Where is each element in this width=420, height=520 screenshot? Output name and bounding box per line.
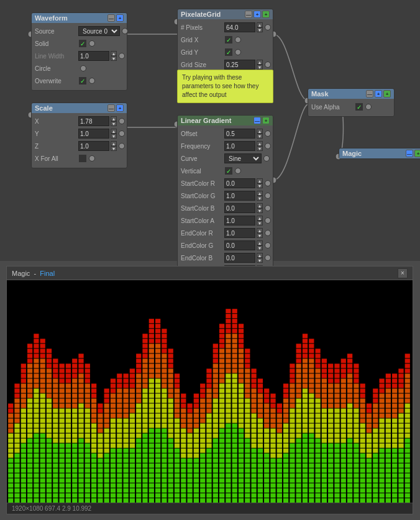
gradient-endR-dot <box>265 230 271 236</box>
gradient-vertical-checkbox[interactable]: ✓ <box>224 166 233 175</box>
scale-body: X ▲ ▼ Y ▲ ▼ Z ▲ <box>32 113 127 168</box>
scale-x-label: X <box>35 118 78 125</box>
pixelate-gridsize-up[interactable]: ▲ <box>257 60 263 65</box>
preview-close-btn[interactable]: × <box>398 268 408 278</box>
scale-z-input[interactable] <box>78 141 109 151</box>
scale-maximize-btn[interactable]: + <box>116 104 124 112</box>
pixelate-gridx-checkbox[interactable]: ✓ <box>224 35 233 44</box>
pixelate-pixels-input[interactable] <box>224 22 255 32</box>
gradient-freq-down[interactable]: ▼ <box>257 146 263 151</box>
pixelate-gridy-dot <box>235 49 241 55</box>
scale-header: Scale — + <box>32 103 127 113</box>
gradient-endG-input[interactable] <box>224 240 255 250</box>
gradient-startA-input[interactable] <box>224 216 255 226</box>
gradient-endB-up[interactable]: ▲ <box>257 253 263 258</box>
gradient-freq-dot <box>265 143 271 149</box>
gradient-btn2[interactable]: + <box>262 117 270 124</box>
gradient-endR-down[interactable]: ▼ <box>257 233 263 238</box>
pixelate-gridy-row: Grid Y ✓ <box>181 47 270 58</box>
gradient-endB-input[interactable] <box>224 253 255 263</box>
scale-x-down[interactable]: ▼ <box>111 121 117 126</box>
gradient-endR-up[interactable]: ▲ <box>257 228 263 233</box>
scale-y-down[interactable]: ▼ <box>111 134 117 139</box>
waveform-maximize-btn[interactable]: + <box>116 14 124 22</box>
gradient-offset-dot <box>265 130 271 137</box>
gradient-freq-input[interactable] <box>224 141 255 151</box>
waveform-linewidth-down[interactable]: ▼ <box>111 56 117 61</box>
gradient-startG-down[interactable]: ▼ <box>257 196 263 201</box>
lineargradient-node: Linear Gradient — + Offset ▲ ▼ Frequency <box>177 115 273 280</box>
pixelate-gridsize-input[interactable] <box>224 60 255 70</box>
scale-z-down[interactable]: ▼ <box>111 146 117 151</box>
gradient-startA-dot <box>265 217 271 224</box>
pixelate-minimize-btn[interactable]: — <box>245 11 252 18</box>
gradient-startG-input[interactable] <box>224 191 255 201</box>
gradient-freq-label: Frequency <box>181 143 224 150</box>
waveform-minimize-btn[interactable]: — <box>107 14 115 22</box>
gradient-startR-input[interactable] <box>224 178 255 188</box>
gradient-startR-up[interactable]: ▲ <box>257 178 263 183</box>
preview-window: Magic - Final × 1920×1080 697.4 2.9 10.9… <box>6 266 413 514</box>
pixelate-maximize-btn[interactable]: + <box>253 11 261 18</box>
scale-z-up[interactable]: ▲ <box>111 141 117 146</box>
waveform-overwrite-dot <box>89 78 95 84</box>
gradient-freq-row: Frequency ▲ ▼ <box>181 140 270 152</box>
gradient-offset-down[interactable]: ▼ <box>257 134 263 139</box>
gradient-startB-down[interactable]: ▼ <box>257 208 263 213</box>
gradient-vertical-row: Vertical ✓ <box>181 165 270 176</box>
gradient-startG-dot <box>265 193 271 199</box>
mask-connect-btn[interactable]: + <box>383 90 391 98</box>
gradient-endR-input[interactable] <box>224 228 255 238</box>
scale-x-input[interactable] <box>78 116 109 126</box>
mask-usealpha-checkbox[interactable]: ✓ <box>355 103 363 111</box>
waveform-source-select[interactable]: Source 0 <box>78 26 120 36</box>
mask-maximize-btn[interactable]: + <box>375 90 382 98</box>
gradient-endR-row: EndColor R ▲ ▼ <box>181 227 270 239</box>
scale-y-input[interactable] <box>78 129 109 139</box>
gradient-endG-down[interactable]: ▼ <box>257 245 263 250</box>
waveform-solid-checkbox[interactable]: ✓ <box>78 39 87 48</box>
gradient-startB-up[interactable]: ▲ <box>257 203 263 208</box>
gradient-startA-down[interactable]: ▼ <box>257 221 263 226</box>
gradient-offset-input[interactable] <box>224 129 255 139</box>
waveform-overwrite-checkbox[interactable]: ✓ <box>78 76 87 85</box>
scale-y-up[interactable]: ▲ <box>111 129 117 134</box>
pixelate-gridy-checkbox[interactable]: ✓ <box>224 48 233 57</box>
gradient-startB-input[interactable] <box>224 203 255 213</box>
scale-z-dot <box>119 143 125 149</box>
tooltip-box: Try playing with these parameters to see… <box>177 70 273 103</box>
scale-xforall-checkbox[interactable]: ✓ <box>78 154 87 163</box>
pixelate-gridsize-down[interactable]: ▼ <box>257 65 263 70</box>
pixelate-pixels-down[interactable]: ▼ <box>257 27 263 32</box>
gradient-endG-up[interactable]: ▲ <box>257 240 263 245</box>
waveform-solid-dot <box>89 40 95 47</box>
scale-y-dot <box>119 130 125 137</box>
scale-y-label: Y <box>35 130 78 137</box>
waveform-linewidth-up[interactable]: ▲ <box>111 51 117 56</box>
preview-canvas <box>7 280 413 503</box>
gradient-endB-down[interactable]: ▼ <box>257 258 263 263</box>
scale-x-up[interactable]: ▲ <box>111 116 117 121</box>
gradient-startG-up[interactable]: ▲ <box>257 191 263 196</box>
magic-btn2[interactable]: + <box>414 150 420 157</box>
waveform-linewidth-input <box>78 51 109 61</box>
scale-minimize-btn[interactable]: — <box>107 104 115 112</box>
gradient-startG-label: StartColor G <box>181 193 224 199</box>
gradient-startR-label: StartColor R <box>181 180 224 187</box>
gradient-btn1[interactable]: — <box>253 117 261 124</box>
pixelate-connect-btn[interactable]: + <box>262 11 270 18</box>
waveform-title: Waveform <box>35 14 68 22</box>
gradient-startA-up[interactable]: ▲ <box>257 216 263 221</box>
gradient-curve-row: Curve Sine <box>181 153 270 164</box>
pixelate-pixels-up[interactable]: ▲ <box>257 22 263 27</box>
mask-minimize-btn[interactable]: — <box>366 90 373 98</box>
scale-z-label: Z <box>35 143 78 150</box>
gradient-startB-label: StartColor B <box>181 205 224 212</box>
gradient-curve-select[interactable]: Sine <box>224 153 262 163</box>
gradient-offset-up[interactable]: ▲ <box>257 129 263 134</box>
waveform-linewidth-spin: ▲ ▼ <box>111 51 117 61</box>
magic-btn1[interactable]: — <box>406 150 413 157</box>
scale-x-row: X ▲ ▼ <box>35 116 124 127</box>
gradient-startR-down[interactable]: ▼ <box>257 183 263 188</box>
gradient-freq-up[interactable]: ▲ <box>257 141 263 146</box>
